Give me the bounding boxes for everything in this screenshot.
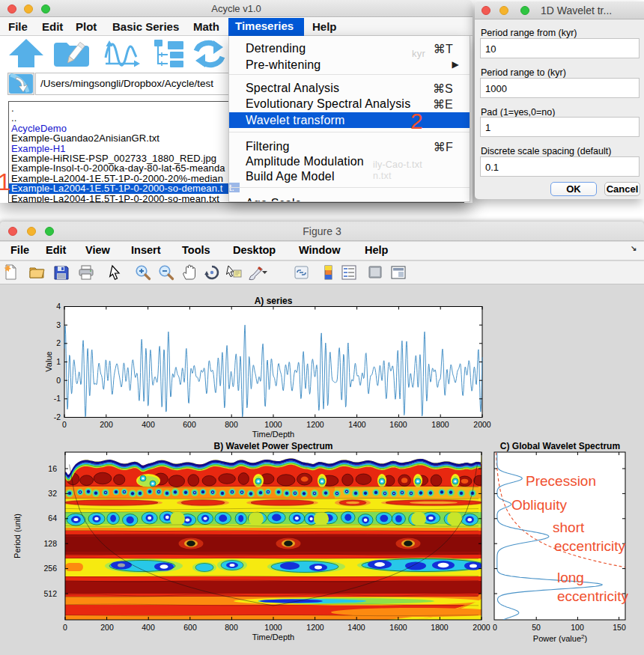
svg-text:1800: 1800 bbox=[431, 420, 449, 429]
svg-text:B) Wavelet Power Spectrum: B) Wavelet Power Spectrum bbox=[214, 441, 333, 451]
svg-text:1: 1 bbox=[56, 357, 61, 366]
svg-text:Period (unit): Period (unit) bbox=[13, 514, 22, 558]
svg-text:600: 600 bbox=[183, 420, 196, 429]
svg-text:600: 600 bbox=[183, 623, 197, 632]
svg-text:eccentricity: eccentricity bbox=[557, 588, 629, 604]
svg-text:400: 400 bbox=[142, 420, 155, 429]
svg-text:4: 4 bbox=[56, 302, 61, 311]
svg-text:1600: 1600 bbox=[389, 420, 407, 429]
svg-text:Value: Value bbox=[44, 351, 53, 371]
svg-text:-2: -2 bbox=[54, 412, 61, 421]
svg-text:1400: 1400 bbox=[348, 420, 366, 429]
svg-text:2000: 2000 bbox=[473, 420, 491, 429]
svg-text:long: long bbox=[557, 570, 584, 585]
svg-text:100: 100 bbox=[571, 623, 584, 632]
svg-text:short: short bbox=[553, 520, 585, 535]
svg-text:150: 150 bbox=[613, 623, 626, 632]
svg-text:1000: 1000 bbox=[264, 420, 282, 429]
svg-text:3: 3 bbox=[56, 320, 61, 329]
svg-text:0: 0 bbox=[493, 623, 497, 632]
svg-text:Time/Depth: Time/Depth bbox=[252, 430, 294, 439]
svg-text:0: 0 bbox=[62, 420, 67, 429]
svg-text:1800: 1800 bbox=[431, 623, 449, 632]
svg-text:400: 400 bbox=[142, 623, 155, 632]
svg-text:0: 0 bbox=[63, 623, 67, 632]
svg-text:1600: 1600 bbox=[389, 623, 407, 632]
svg-text:Power (value2): Power (value2) bbox=[533, 633, 587, 643]
svg-text:0: 0 bbox=[56, 376, 61, 385]
svg-text:200: 200 bbox=[100, 623, 114, 632]
svg-text:800: 800 bbox=[225, 623, 238, 632]
svg-text:128: 128 bbox=[43, 539, 57, 548]
svg-text:50: 50 bbox=[532, 623, 541, 632]
svg-text:800: 800 bbox=[225, 420, 238, 429]
svg-text:1400: 1400 bbox=[347, 623, 365, 632]
svg-text:2000: 2000 bbox=[473, 623, 490, 632]
svg-text:512: 512 bbox=[43, 589, 57, 598]
svg-text:32: 32 bbox=[48, 489, 57, 498]
svg-text:64: 64 bbox=[48, 514, 57, 523]
svg-text:Obliquity: Obliquity bbox=[511, 497, 567, 513]
svg-text:256: 256 bbox=[43, 564, 57, 573]
svg-text:16: 16 bbox=[48, 464, 57, 473]
svg-text:eccentricity: eccentricity bbox=[554, 538, 626, 554]
svg-text:2: 2 bbox=[56, 338, 61, 347]
svg-text:-1: -1 bbox=[54, 394, 61, 403]
svg-text:Precession: Precession bbox=[526, 473, 596, 489]
svg-text:C) Global Wavelet Spectrum: C) Global Wavelet Spectrum bbox=[500, 441, 620, 451]
svg-text:1200: 1200 bbox=[306, 623, 324, 632]
svg-text:1200: 1200 bbox=[306, 420, 324, 429]
svg-text:200: 200 bbox=[100, 420, 113, 429]
svg-text:Time/Depth: Time/Depth bbox=[252, 633, 294, 642]
svg-text:1000: 1000 bbox=[264, 623, 282, 632]
svg-text:A) series: A) series bbox=[255, 296, 293, 306]
